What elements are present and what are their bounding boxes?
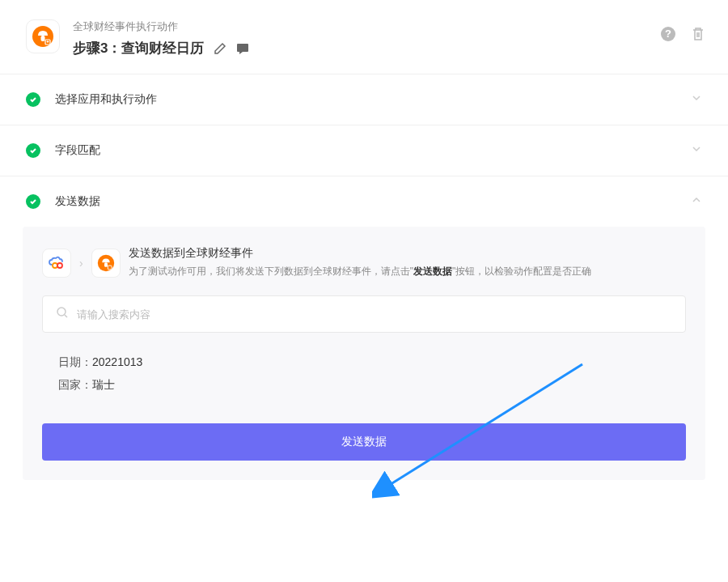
- section-title: 发送数据: [55, 194, 691, 209]
- svg-rect-1: [41, 36, 45, 41]
- section-select-app[interactable]: 选择应用和执行动作: [0, 74, 728, 125]
- svg-rect-10: [108, 266, 112, 270]
- app-icon: [26, 19, 60, 53]
- section-title: 字段匹配: [55, 143, 691, 158]
- step-title: 步骤3：查询财经日历: [73, 39, 204, 57]
- send-data-button[interactable]: 发送数据: [42, 423, 686, 461]
- svg-rect-9: [104, 262, 108, 267]
- chevron-down-icon: [691, 92, 702, 107]
- search-input[interactable]: [77, 308, 672, 321]
- check-icon: [26, 92, 40, 107]
- cloud-link-icon: [48, 254, 66, 272]
- section-title: 选择应用和执行动作: [55, 92, 691, 107]
- step-header: 全球财经事件执行动作 步骤3：查询财经日历 ?: [0, 0, 728, 74]
- check-icon: [26, 194, 40, 209]
- chevron-down-icon: [691, 143, 702, 158]
- panel-description: 为了测试动作可用，我们将发送下列数据到全球财经事件，请点击"发送数据"按钮，以检…: [129, 264, 686, 279]
- mushroom-icon: [32, 25, 54, 48]
- edit-icon[interactable]: [214, 42, 226, 55]
- svg-point-6: [53, 263, 57, 268]
- header-subtitle: 全球财经事件执行动作: [73, 19, 660, 34]
- data-row-date: 日期：20221013: [42, 355, 686, 370]
- delete-icon[interactable]: [691, 27, 705, 45]
- help-icon[interactable]: ?: [660, 26, 676, 45]
- search-icon: [56, 306, 69, 322]
- svg-point-7: [57, 263, 62, 268]
- svg-rect-3: [237, 44, 248, 52]
- chevron-up-icon: [691, 194, 702, 209]
- section-field-mapping[interactable]: 字段匹配: [0, 125, 728, 176]
- send-data-panel: › 发送数据到全球财经事件 为了测试动作可用，我们将发送下列数据到全球财经事件，…: [23, 227, 705, 480]
- mushroom-icon: [97, 254, 115, 272]
- target-app-icon: [91, 249, 121, 278]
- svg-text:?: ?: [665, 28, 671, 40]
- comment-icon[interactable]: [236, 42, 249, 55]
- source-app-icon: [42, 249, 71, 278]
- search-box[interactable]: [42, 295, 686, 333]
- svg-point-11: [57, 308, 66, 316]
- arrow-right-icon: ›: [79, 257, 83, 270]
- section-send-data[interactable]: 发送数据: [0, 176, 728, 227]
- data-row-country: 国家：瑞士: [42, 378, 686, 393]
- panel-title: 发送数据到全球财经事件: [129, 246, 686, 261]
- check-icon: [26, 143, 40, 158]
